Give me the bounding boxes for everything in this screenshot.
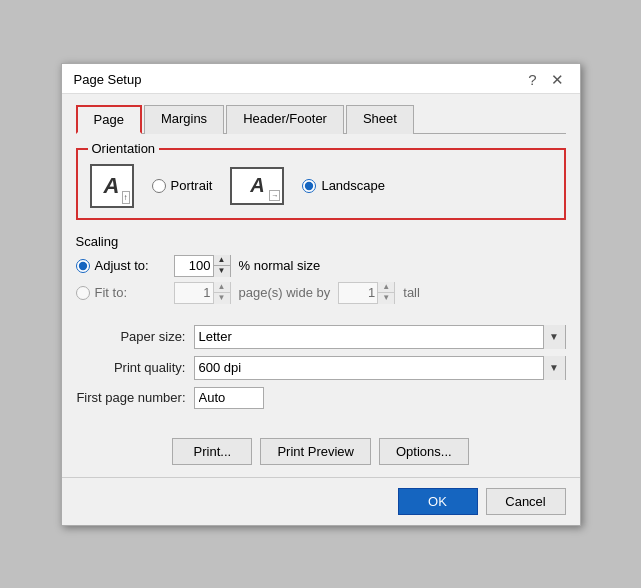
title-bar: Page Setup ? ✕ <box>62 64 580 94</box>
paper-size-combo[interactable]: Letter ▼ <box>194 325 566 349</box>
portrait-label: Portrait <box>171 178 213 193</box>
fit-pages-spinner[interactable]: ▲ ▼ <box>174 282 231 304</box>
fit-tall-input[interactable] <box>339 283 377 303</box>
tab-sheet[interactable]: Sheet <box>346 105 414 134</box>
paper-size-label: Paper size: <box>76 329 186 344</box>
print-quality-label: Print quality: <box>76 360 186 375</box>
fit-tall-suffix: tall <box>403 285 420 300</box>
fit-tall-down-btn[interactable]: ▼ <box>378 293 394 304</box>
portrait-icon: A ↑ <box>90 164 134 208</box>
title-bar-controls: ? ✕ <box>524 72 567 87</box>
adjust-up-btn[interactable]: ▲ <box>214 255 230 266</box>
dialog-title: Page Setup <box>74 72 142 87</box>
print-quality-value: 600 dpi <box>199 360 543 375</box>
bottom-buttons: OK Cancel <box>62 477 580 525</box>
adjust-value-input[interactable] <box>175 256 213 276</box>
portrait-radio-label[interactable]: Portrait <box>152 178 213 193</box>
fit-pages-suffix: page(s) wide by <box>239 285 331 300</box>
print-quality-row: Print quality: 600 dpi ▼ <box>76 356 566 380</box>
tab-margins[interactable]: Margins <box>144 105 224 134</box>
help-button[interactable]: ? <box>524 72 540 87</box>
fit-radio[interactable] <box>76 286 90 300</box>
landscape-radio-label[interactable]: Landscape <box>302 178 385 193</box>
scaling-section: Scaling Adjust to: ▲ ▼ % normal size <box>76 234 566 309</box>
orientation-section: Orientation A ↑ Portrait A → L <box>76 148 566 220</box>
close-button[interactable]: ✕ <box>547 72 568 87</box>
adjust-radio[interactable] <box>76 259 90 273</box>
tab-header-footer[interactable]: Header/Footer <box>226 105 344 134</box>
fit-label: Fit to: <box>95 285 128 300</box>
paper-size-row: Paper size: Letter ▼ <box>76 325 566 349</box>
scaling-label: Scaling <box>76 234 566 249</box>
print-quality-arrow[interactable]: ▼ <box>543 356 565 380</box>
fit-tall-spinner[interactable]: ▲ ▼ <box>338 282 395 304</box>
fit-row: Fit to: ▲ ▼ page(s) wide by ▲ ▼ <box>76 282 566 304</box>
paper-size-value: Letter <box>199 329 543 344</box>
first-page-label: First page number: <box>76 390 186 405</box>
orientation-row: A ↑ Portrait A → Landscape <box>90 164 552 208</box>
ok-button[interactable]: OK <box>398 488 478 515</box>
tab-page[interactable]: Page <box>76 105 142 134</box>
landscape-label: Landscape <box>321 178 385 193</box>
adjust-label: Adjust to: <box>95 258 149 273</box>
fit-pages-input[interactable] <box>175 283 213 303</box>
paper-size-section: Paper size: Letter ▼ Print quality: 600 … <box>76 325 566 416</box>
tab-bar: Page Margins Header/Footer Sheet <box>76 104 566 134</box>
middle-buttons: Print... Print Preview Options... <box>62 438 580 465</box>
adjust-spinner[interactable]: ▲ ▼ <box>174 255 231 277</box>
adjust-suffix: % normal size <box>239 258 321 273</box>
fit-pages-spin-btns: ▲ ▼ <box>213 282 230 304</box>
options-button[interactable]: Options... <box>379 438 469 465</box>
cancel-button[interactable]: Cancel <box>486 488 566 515</box>
adjust-row: Adjust to: ▲ ▼ % normal size <box>76 255 566 277</box>
portrait-radio[interactable] <box>152 179 166 193</box>
fit-radio-label[interactable]: Fit to: <box>76 285 166 300</box>
print-quality-combo[interactable]: 600 dpi ▼ <box>194 356 566 380</box>
fit-pages-down-btn[interactable]: ▼ <box>214 293 230 304</box>
first-page-input[interactable] <box>194 387 264 409</box>
adjust-down-btn[interactable]: ▼ <box>214 266 230 277</box>
landscape-radio[interactable] <box>302 179 316 193</box>
landscape-icon: A → <box>230 167 284 205</box>
fit-tall-up-btn[interactable]: ▲ <box>378 282 394 293</box>
paper-size-arrow[interactable]: ▼ <box>543 325 565 349</box>
print-button[interactable]: Print... <box>172 438 252 465</box>
dialog-body: Page Margins Header/Footer Sheet Orienta… <box>62 94 580 430</box>
adjust-spin-btns: ▲ ▼ <box>213 255 230 277</box>
orientation-legend: Orientation <box>88 141 160 156</box>
fit-tall-spin-btns: ▲ ▼ <box>377 282 394 304</box>
adjust-radio-label[interactable]: Adjust to: <box>76 258 166 273</box>
dialog-footer: Print... Print Preview Options... OK Can… <box>62 430 580 525</box>
print-preview-button[interactable]: Print Preview <box>260 438 371 465</box>
fit-pages-up-btn[interactable]: ▲ <box>214 282 230 293</box>
page-setup-dialog: Page Setup ? ✕ Page Margins Header/Foote… <box>61 63 581 526</box>
first-page-row: First page number: <box>76 387 566 409</box>
